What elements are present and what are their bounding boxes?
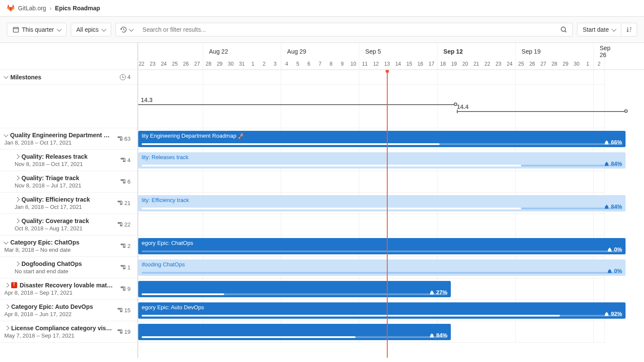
chevron-down-icon	[101, 27, 106, 31]
epic-child-count: 9	[120, 286, 131, 292]
epics-filter-dropdown[interactable]: All epics	[71, 23, 111, 36]
search-button[interactable]	[555, 23, 573, 36]
sort-direction-button[interactable]	[621, 23, 637, 36]
timeline[interactable]: 21222324252627Aug 2228293031123Aug 29456…	[138, 43, 644, 358]
epic-row[interactable]: Category Epic: ChatOpsMar 8, 2018 – No e…	[0, 235, 137, 257]
epic-row[interactable]: Quality: Efficiency trackJan 8, 2018 – O…	[0, 193, 137, 214]
epic-row[interactable]: Quality: Coverage trackOct 8, 2018 – Aug…	[0, 214, 137, 235]
milestone-bar[interactable]	[138, 104, 456, 105]
epic-child-count: 1	[120, 264, 131, 271]
calendar-icon	[12, 26, 19, 33]
alert-icon	[11, 282, 17, 288]
timeline-epic-row: lity: Releases track84%	[138, 150, 605, 171]
epic-bar-title: egory Epic: ChatOps	[142, 240, 622, 246]
timeframe-dropdown[interactable]: This quarter	[7, 23, 67, 36]
epics-sidebar[interactable]: Milestones 4 Quality Engineering Departm…	[0, 43, 138, 358]
epic-row[interactable]: Category Epic: Auto DevOpsApr 8, 2018 – …	[0, 300, 137, 321]
epic-progress-track	[142, 165, 622, 166]
timeline-milestones-area: 14.314.4	[138, 84, 605, 128]
day-cell: 20	[460, 60, 471, 69]
epic-bar[interactable]: ifooding ChatOps0%	[138, 259, 626, 276]
epic-title: Quality Engineering Department Roa...	[10, 132, 113, 139]
epic-bar[interactable]: lity: Releases track84%	[138, 152, 626, 169]
week-label: Aug 22	[203, 43, 281, 60]
epic-child-count: 22	[117, 221, 131, 228]
day-cell: 24	[158, 60, 169, 69]
chevron-down-icon	[129, 27, 134, 31]
day-cell: 30	[225, 60, 237, 69]
history-icon	[120, 26, 127, 33]
timeline-epic-row	[138, 171, 605, 193]
sort-dropdown[interactable]: Start date	[577, 23, 621, 36]
epic-progress-fill	[142, 315, 560, 317]
svg-rect-0	[13, 27, 18, 32]
day-cell: 13	[382, 60, 393, 69]
epic-bar[interactable]: 27%	[138, 281, 451, 297]
epic-progress-track	[142, 272, 622, 274]
breadcrumb-parent[interactable]: GitLab.org	[18, 5, 46, 12]
milestones-count: 4	[120, 74, 131, 80]
day-cell: 1	[247, 60, 258, 69]
epic-progress-fill	[142, 336, 355, 338]
day-cell: 27	[191, 60, 203, 69]
today-marker	[387, 70, 388, 358]
timeline-header: 21222324252627Aug 2228293031123Aug 29456…	[138, 43, 644, 70]
milestone-bar[interactable]	[457, 111, 626, 112]
epic-dates: Apr 8, 2018 – Sep 17, 2021	[4, 290, 116, 296]
day-cell: 19	[449, 60, 460, 69]
milestone-open-end-dot	[624, 109, 628, 113]
day-cell: 1	[582, 60, 593, 69]
milestone-label[interactable]: 14.3	[141, 97, 152, 103]
search-icon	[560, 26, 567, 33]
epic-bar-meta: 0%	[607, 246, 622, 253]
epic-dates: May 7, 2018 – Sep 17, 2021	[4, 332, 113, 339]
epic-dates: Apr 8, 2018 – Jun 17, 2022	[4, 311, 113, 317]
day-cell: 21	[471, 60, 482, 69]
epic-bar-title: lity: Releases track	[142, 154, 622, 160]
epic-row[interactable]: Quality: Releases trackNov 8, 2018 – Oct…	[0, 150, 137, 171]
epic-title: Category Epic: ChatOps	[10, 239, 79, 246]
day-cell: 7	[314, 60, 325, 69]
timeline-epic-row: lity Engineering Department Roadmap 🚀66%	[138, 128, 605, 150]
epic-progress-fill	[142, 208, 521, 209]
epic-row[interactable]: Dogfooding ChatOpsNo start and end date1	[0, 257, 137, 278]
toolbar: This quarter All epics Start date	[0, 17, 644, 43]
day-cell: 29	[560, 60, 571, 69]
day-cell: 23	[493, 60, 504, 69]
week-label: Sep 12	[437, 43, 515, 60]
epic-progress-fill	[142, 293, 224, 295]
chevron-right-icon	[4, 326, 9, 330]
day-cell: 2	[594, 60, 605, 69]
epic-row[interactable]: License Compliance category visionMay 7,…	[0, 321, 137, 343]
epic-dates: Mar 8, 2018 – No end date	[4, 247, 116, 253]
timeline-epic-row	[138, 214, 605, 235]
week-label: Aug 29	[281, 43, 359, 60]
epic-bar-meta: 0%	[607, 268, 622, 274]
week-label: Sep 26	[594, 43, 606, 60]
chevron-down-icon	[57, 27, 61, 31]
breadcrumb-separator: ›	[49, 5, 52, 12]
chevron-down-icon	[3, 239, 8, 244]
epic-row[interactable]: Disaster Recovery lovable maturityApr 8,…	[0, 278, 137, 300]
day-cell: 28	[203, 60, 214, 69]
milestone-label[interactable]: 14.4	[457, 103, 468, 110]
breadcrumbs: GitLab.org › Epics Roadmap	[0, 0, 644, 17]
search-history-dropdown[interactable]	[115, 23, 137, 36]
search-input[interactable]	[137, 23, 555, 36]
epic-title: Disaster Recovery lovable maturity	[20, 282, 116, 289]
epic-row[interactable]: Quality: Triage trackNov 8, 2018 – Jul 1…	[0, 171, 137, 193]
epic-row[interactable]: Quality Engineering Department Roa...Jan…	[0, 128, 137, 150]
epic-bar[interactable]: 84%	[138, 324, 451, 340]
week-column: Sep 192526272829301	[516, 43, 594, 69]
epic-bar[interactable]: egory Epic: Auto DevOps92%	[138, 302, 626, 319]
milestone-spacer	[0, 84, 137, 128]
epic-bar[interactable]: lity: Efficiency track84%	[138, 195, 626, 211]
day-cell: 27	[538, 60, 549, 69]
day-cell: 16	[415, 60, 426, 69]
epic-bar-meta: 92%	[604, 311, 622, 317]
epic-bar[interactable]: lity Engineering Department Roadmap 🚀66%	[138, 131, 626, 147]
week-column: Sep 262	[594, 43, 605, 69]
epic-bar[interactable]: egory Epic: ChatOps0%	[138, 238, 626, 254]
day-cell: 5	[292, 60, 304, 69]
milestones-toggle-row[interactable]: Milestones 4	[0, 70, 137, 84]
